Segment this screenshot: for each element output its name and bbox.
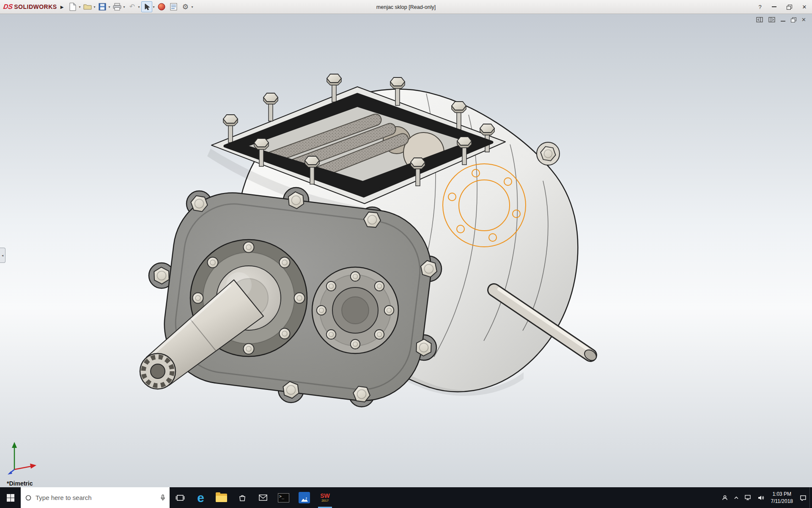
volume-icon <box>757 495 764 500</box>
open-folder-icon <box>83 3 92 10</box>
minimize-button[interactable] <box>766 0 782 14</box>
dassault-logo-icon: DS <box>3 3 14 11</box>
select-cursor-icon <box>144 3 150 11</box>
close-icon: ✕ <box>802 4 807 10</box>
restore-icon <box>787 5 792 9</box>
undo-button[interactable]: ↶ <box>126 1 137 12</box>
store-bag-icon <box>239 494 246 502</box>
menu-flyout-arrow-icon[interactable]: ▶ <box>59 5 67 9</box>
gearbox-model-svg[interactable] <box>0 14 812 487</box>
print-icon <box>113 3 121 11</box>
help-button[interactable]: ? <box>754 0 766 14</box>
restore-button[interactable] <box>782 0 797 14</box>
windows-taskbar: e >_ <box>0 487 812 508</box>
command-prompt-button[interactable]: >_ <box>273 487 294 508</box>
windows-logo-icon <box>6 494 15 502</box>
select-tool-button[interactable] <box>141 1 152 12</box>
solidworks-logo-text: SOLIDWORKS <box>14 3 57 10</box>
pane-toggle-left-button[interactable] <box>756 16 763 23</box>
collapse-arrow-icon: ◂ <box>2 254 3 257</box>
side-cover[interactable] <box>312 267 398 353</box>
store-button[interactable] <box>232 487 252 508</box>
open-document-button[interactable] <box>82 1 93 12</box>
clock-time: 1:03 PM <box>771 491 793 497</box>
people-icon <box>722 495 728 501</box>
save-button[interactable] <box>97 1 108 12</box>
people-button[interactable] <box>719 487 731 508</box>
appearances-button[interactable] <box>156 1 167 12</box>
show-desktop-button[interactable] <box>809 487 812 508</box>
save-caret[interactable]: ▾ <box>108 5 110 9</box>
edge-button[interactable]: e <box>190 487 211 508</box>
doc-close-button[interactable]: ✕ <box>801 16 806 23</box>
view-orientation-label: *Dimetric <box>7 480 33 487</box>
mail-button[interactable] <box>252 487 273 508</box>
options-button[interactable]: ⚙ <box>180 1 191 12</box>
save-floppy-icon <box>99 3 106 11</box>
start-button[interactable] <box>0 487 21 508</box>
options-gear-icon: ⚙ <box>182 3 189 11</box>
microphone-icon[interactable] <box>160 494 165 501</box>
photos-button[interactable] <box>294 487 315 508</box>
new-document-button[interactable] <box>67 1 78 12</box>
triad-axes-icon <box>6 439 40 475</box>
cortana-search-icon <box>25 494 32 501</box>
solidworks-2017-button[interactable]: SW 2017 <box>315 487 335 508</box>
display-settings-button[interactable] <box>168 1 179 12</box>
open-caret[interactable]: ▾ <box>93 5 95 9</box>
display-settings-icon <box>170 3 177 11</box>
new-caret[interactable]: ▾ <box>79 5 80 9</box>
task-pane-tab[interactable]: ◂ <box>0 248 5 263</box>
solidworks-2017-icon: SW 2017 <box>320 493 330 502</box>
print-button[interactable] <box>112 1 123 12</box>
search-input[interactable] <box>36 494 156 501</box>
sw-label: SW <box>320 493 330 499</box>
reference-triad <box>6 439 40 476</box>
network-button[interactable] <box>742 487 754 508</box>
undo-caret[interactable]: ▾ <box>138 5 140 9</box>
file-explorer-icon <box>216 494 227 502</box>
pane-toggle-right-button[interactable] <box>768 16 775 23</box>
close-button[interactable]: ✕ <box>797 0 812 14</box>
prompt-glyph: >_ <box>279 494 284 499</box>
solidworks-window: DS SOLIDWORKS ▶ ▾ ▾ ▾ <box>0 0 812 508</box>
file-explorer-button[interactable] <box>211 487 232 508</box>
volume-button[interactable] <box>754 487 767 508</box>
hex-plug[interactable] <box>537 142 560 165</box>
pane-left-icon <box>756 17 763 22</box>
options-caret[interactable]: ▾ <box>191 5 193 9</box>
window-controls: ? ✕ <box>754 0 812 14</box>
solidworks-logo: DS SOLIDWORKS <box>3 3 57 11</box>
system-tray: 1:03 PM 7/11/2018 <box>719 487 812 508</box>
task-view-button[interactable] <box>170 487 190 508</box>
mail-envelope-icon <box>259 494 267 501</box>
edge-icon: e <box>197 491 204 504</box>
select-caret[interactable]: ▾ <box>153 5 154 9</box>
undo-icon: ↶ <box>129 3 135 10</box>
command-prompt-icon: >_ <box>278 493 289 502</box>
pane-right-icon <box>768 17 775 22</box>
document-window-controls: ✕ <box>756 16 806 23</box>
titlebar: DS SOLIDWORKS ▶ ▾ ▾ ▾ <box>0 0 812 14</box>
photos-icon <box>299 492 310 503</box>
sw-year: 2017 <box>321 499 329 502</box>
doc-minimize-button[interactable] <box>781 16 785 23</box>
chevron-up-icon <box>734 496 739 500</box>
document-title: menjac sklop [Read-only] <box>376 0 436 14</box>
doc-minimize-icon <box>781 21 785 22</box>
minimize-icon <box>772 6 776 7</box>
action-center-button[interactable] <box>797 487 809 508</box>
appearances-sphere-icon <box>158 3 165 11</box>
doc-restore-button[interactable] <box>791 16 796 23</box>
task-view-icon <box>176 494 185 501</box>
action-center-icon <box>800 495 807 501</box>
doc-close-icon: ✕ <box>801 17 806 23</box>
network-icon <box>745 495 752 500</box>
hidden-icons-button[interactable] <box>731 487 742 508</box>
taskbar-search[interactable] <box>21 487 170 508</box>
clock-date: 7/11/2018 <box>771 498 793 505</box>
model-viewport[interactable]: ✕ ◂ *Dimetric <box>0 14 812 487</box>
new-document-icon <box>69 3 77 11</box>
print-caret[interactable]: ▾ <box>123 5 125 9</box>
taskbar-clock[interactable]: 1:03 PM 7/11/2018 <box>767 487 797 508</box>
